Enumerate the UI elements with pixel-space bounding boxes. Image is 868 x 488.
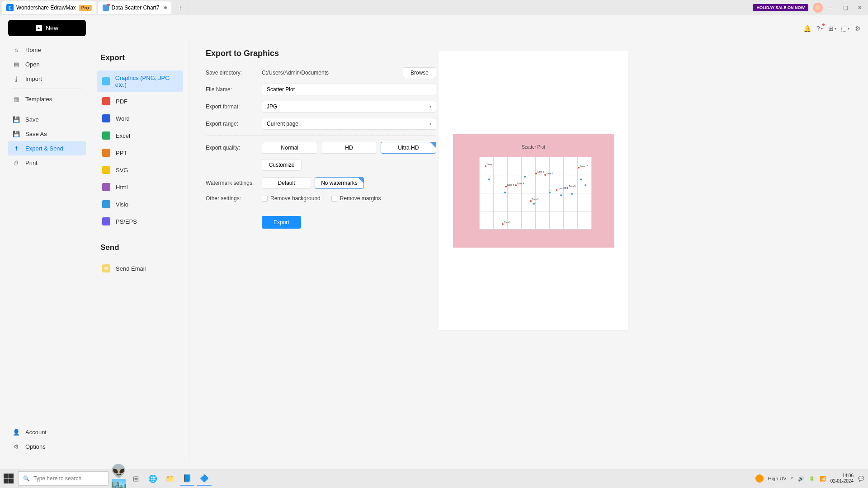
action-center-icon[interactable]: 💬: [858, 476, 864, 482]
filename-input[interactable]: [262, 84, 436, 95]
separator: [206, 135, 436, 136]
quality-option[interactable]: Normal: [262, 142, 317, 154]
add-tab-button[interactable]: +: [177, 4, 184, 11]
format-item[interactable]: PPT: [97, 145, 183, 161]
pro-badge: Pro: [79, 5, 92, 11]
chevron-down-icon: ▾: [429, 122, 431, 126]
chart-preview: Scatter Plot Data 1Data 2Data 3Data 4Dat…: [453, 134, 614, 248]
user-avatar[interactable]: [813, 3, 823, 13]
data-point: [578, 167, 580, 169]
watermark-option[interactable]: No watermarks: [315, 177, 364, 189]
share-icon[interactable]: ⬚▾: [841, 24, 849, 33]
sidebar-label: Options: [25, 443, 46, 450]
separator: [12, 109, 82, 109]
format-icon: [102, 149, 110, 157]
maximize-button[interactable]: ▢: [839, 1, 852, 14]
range-select[interactable]: Current page ▾: [262, 118, 436, 130]
browse-button[interactable]: Browse: [403, 67, 436, 78]
sidebar-item-home[interactable]: ⌂Home: [8, 42, 86, 57]
format-item[interactable]: Html: [97, 179, 183, 195]
volume-icon[interactable]: 🔊: [798, 476, 804, 482]
quality-option[interactable]: Ultra HD: [381, 142, 436, 154]
data-point: [533, 203, 535, 205]
holiday-sale-badge[interactable]: HOLIDAY SALE ON NOW: [753, 4, 808, 11]
gear-icon: ⚙: [13, 443, 20, 450]
sidebar-item-export[interactable]: ⬆Export & Send: [8, 141, 86, 155]
separator: [188, 4, 188, 11]
email-icon: ✉: [102, 264, 110, 272]
sidebar-item-templates[interactable]: ▦Templates: [8, 92, 86, 106]
sidebar-label: Save As: [25, 131, 47, 137]
format-item[interactable]: Word: [97, 110, 183, 127]
new-button[interactable]: + New: [8, 20, 86, 36]
chart-plot-area: Data 1Data 2Data 3Data 4Data 5Data 6Data…: [479, 157, 591, 229]
format-item[interactable]: PDF: [97, 93, 183, 109]
taskbar-search[interactable]: 🔍 Type here to search: [18, 471, 108, 486]
print-icon: ⎙: [13, 159, 20, 166]
clock[interactable]: 14:06 02-01-2024: [830, 473, 854, 484]
app-title-tab[interactable]: E Wondershare EdrawMax Pro: [2, 1, 96, 14]
taskview-icon[interactable]: ⊞: [128, 471, 143, 486]
data-label: Data 4: [517, 182, 524, 185]
unsaved-indicator-icon: [164, 6, 167, 9]
apps-icon[interactable]: ⊞▾: [828, 24, 836, 33]
format-label: PDF: [116, 98, 127, 105]
cortana-icon[interactable]: 👽🏙️: [111, 471, 126, 486]
start-button[interactable]: [4, 474, 14, 483]
top-icon-row: 🔔 ?▾ ⊞▾ ⬚▾ ⚙: [803, 24, 862, 33]
format-item[interactable]: PS/EPS: [97, 213, 183, 230]
document-tab[interactable]: Data Scatter Chart7: [98, 1, 171, 14]
watermark-option[interactable]: Default: [262, 177, 311, 189]
format-icon: [102, 200, 110, 208]
save-dir-value: C:/Users/Admin/Documents: [262, 70, 403, 76]
export-button[interactable]: Export: [262, 216, 301, 229]
saveas-icon: 💾: [13, 130, 20, 137]
sidebar-item-saveas[interactable]: 💾Save As: [8, 127, 86, 141]
checkbox-icon: [262, 196, 268, 202]
close-button[interactable]: ✕: [854, 1, 866, 14]
format-select[interactable]: JPG ▾: [262, 101, 436, 113]
format-item[interactable]: Graphics (PNG, JPG etc.): [97, 70, 183, 92]
save-icon: 💾: [13, 116, 20, 123]
customize-button[interactable]: Customize: [262, 159, 302, 171]
sidebar-item-import[interactable]: ⭳Import: [8, 71, 86, 86]
app-title: Wondershare EdrawMax: [16, 5, 76, 11]
remove-bg-checkbox[interactable]: Remove background: [262, 195, 321, 202]
help-icon[interactable]: ?▾: [816, 24, 824, 33]
other-label: Other settings:: [206, 195, 262, 202]
quality-option[interactable]: HD: [321, 142, 377, 154]
data-point: [505, 186, 507, 188]
word-icon[interactable]: 📘: [180, 471, 194, 486]
battery-icon[interactable]: 🔋: [809, 476, 815, 482]
wifi-icon[interactable]: 📶: [820, 476, 826, 482]
tray-expand-icon[interactable]: ^: [791, 476, 793, 481]
sidebar-label: Import: [25, 75, 42, 82]
folder-icon: ▤: [13, 61, 20, 68]
format-icon: [102, 114, 110, 122]
new-button-label: New: [46, 24, 58, 32]
sidebar-item-save[interactable]: 💾Save: [8, 112, 86, 127]
settings-icon[interactable]: ⚙: [854, 24, 862, 33]
weather-text[interactable]: High UV: [768, 476, 787, 481]
minimize-button[interactable]: ─: [825, 1, 837, 14]
sidebar-item-open[interactable]: ▤Open: [8, 57, 86, 71]
search-icon: 🔍: [23, 475, 30, 482]
format-item[interactable]: SVG: [97, 162, 183, 178]
edrawmax-taskbar-icon[interactable]: 🔷: [197, 471, 212, 486]
format-icon: [102, 217, 110, 225]
explorer-icon[interactable]: 📁: [163, 471, 177, 486]
notifications-icon[interactable]: 🔔: [803, 24, 811, 33]
format-item[interactable]: Visio: [97, 196, 183, 212]
send-email-item[interactable]: ✉ Send Email: [97, 260, 183, 277]
sidebar-item-options[interactable]: ⚙Options: [8, 439, 86, 454]
sidebar-item-account[interactable]: 👤Account: [8, 425, 86, 439]
sidebar-item-print[interactable]: ⎙Print: [8, 155, 86, 170]
remove-margins-checkbox[interactable]: Remove margins: [331, 195, 381, 202]
edge-icon[interactable]: 🌐: [146, 471, 160, 486]
format-item[interactable]: Excel: [97, 127, 183, 144]
data-point: [544, 174, 546, 176]
import-icon: ⭳: [13, 75, 20, 82]
sidebar-label: Open: [25, 61, 40, 68]
data-label: Data 9: [569, 185, 576, 188]
checkbox-icon: [331, 196, 337, 202]
